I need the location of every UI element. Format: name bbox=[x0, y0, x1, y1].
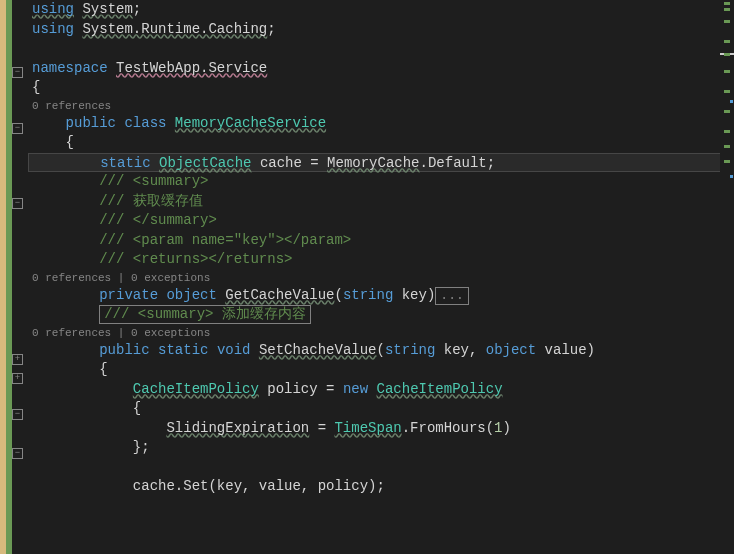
keyword: string bbox=[343, 287, 393, 303]
xml-doc: /// </summary> bbox=[99, 212, 217, 228]
brace: { bbox=[133, 400, 141, 416]
codelens[interactable]: 0 references bbox=[32, 98, 734, 114]
member-access: .Default; bbox=[420, 155, 496, 171]
keyword: object bbox=[486, 342, 536, 358]
codelens[interactable]: 0 references | 0 exceptions bbox=[32, 325, 734, 341]
fold-toggle[interactable]: − bbox=[12, 67, 23, 78]
vertical-scrollbar[interactable] bbox=[720, 0, 734, 554]
operator: = bbox=[318, 420, 326, 436]
variable: policy bbox=[267, 381, 317, 397]
number-literal: 1 bbox=[494, 420, 502, 436]
code-editor[interactable]: − − − + + − − using System; using System… bbox=[0, 0, 734, 554]
keyword: void bbox=[217, 342, 251, 358]
xml-doc: /// <param name= bbox=[99, 232, 233, 248]
method-name: GetCacheValue bbox=[225, 287, 334, 303]
keyword: using bbox=[32, 21, 74, 37]
collapsed-region[interactable]: ... bbox=[435, 287, 468, 305]
method-call: .FromHours( bbox=[402, 420, 494, 436]
namespace-name: TestWebApp.Service bbox=[116, 60, 267, 76]
namespace-ref: System.Runtime.Caching bbox=[82, 21, 267, 37]
keyword: static bbox=[100, 155, 150, 171]
keyword: namespace bbox=[32, 60, 108, 76]
fold-toggle[interactable]: − bbox=[12, 448, 23, 459]
collapsed-summary[interactable]: /// <summary> 添加缓存内容 bbox=[99, 305, 311, 324]
fold-toggle[interactable]: + bbox=[12, 354, 23, 365]
keyword: public bbox=[66, 115, 116, 131]
keyword: string bbox=[385, 342, 435, 358]
variable: cache bbox=[260, 155, 302, 171]
xml-doc: /// <summary> bbox=[99, 173, 208, 189]
type-ref: ObjectCache bbox=[159, 155, 251, 171]
modified-indicator-green bbox=[6, 0, 12, 554]
brace: { bbox=[32, 79, 40, 95]
brace: }; bbox=[133, 439, 150, 455]
fold-toggle[interactable]: − bbox=[12, 123, 23, 134]
method-name: SetChacheValue bbox=[259, 342, 377, 358]
scrollbar-markers bbox=[720, 0, 734, 554]
code-content[interactable]: using System; using System.Runtime.Cachi… bbox=[28, 0, 734, 554]
xml-doc-attr: "key" bbox=[234, 232, 276, 248]
property: SlidingExpiration bbox=[166, 420, 309, 436]
type-ref: CacheItemPolicy bbox=[377, 381, 503, 397]
operator: = bbox=[326, 381, 334, 397]
fold-toggle[interactable]: − bbox=[12, 409, 23, 420]
class-name: MemoryCacheService bbox=[175, 115, 326, 131]
paren: ) bbox=[503, 420, 511, 436]
statement: cache.Set(key, value, policy); bbox=[133, 478, 385, 494]
fold-toggle[interactable]: − bbox=[12, 198, 23, 209]
keyword: public bbox=[99, 342, 149, 358]
keyword: new bbox=[343, 381, 368, 397]
xml-doc: /// <returns></returns> bbox=[99, 251, 292, 267]
paren: ( bbox=[377, 342, 385, 358]
parameter: key, bbox=[435, 342, 485, 358]
parameter: value) bbox=[536, 342, 595, 358]
brace: { bbox=[99, 361, 107, 377]
keyword: private bbox=[99, 287, 158, 303]
type-ref: MemoryCache bbox=[327, 155, 419, 171]
keyword: static bbox=[158, 342, 208, 358]
operator: = bbox=[310, 155, 318, 171]
current-line: static ObjectCache cache = MemoryCache.D… bbox=[28, 153, 734, 173]
xml-doc: ></param> bbox=[276, 232, 352, 248]
keyword: object bbox=[166, 287, 216, 303]
keyword: class bbox=[124, 115, 166, 131]
brace: { bbox=[66, 134, 74, 150]
keyword: using bbox=[32, 1, 74, 17]
type-ref: CacheItemPolicy bbox=[133, 381, 259, 397]
fold-toggle[interactable]: + bbox=[12, 373, 23, 384]
parameter: key) bbox=[393, 287, 435, 303]
xml-doc: /// 获取缓存值 bbox=[99, 193, 203, 209]
type-ref: TimeSpan bbox=[334, 420, 401, 436]
namespace-ref: System bbox=[82, 1, 132, 17]
paren: ( bbox=[334, 287, 342, 303]
codelens[interactable]: 0 references | 0 exceptions bbox=[32, 270, 734, 286]
